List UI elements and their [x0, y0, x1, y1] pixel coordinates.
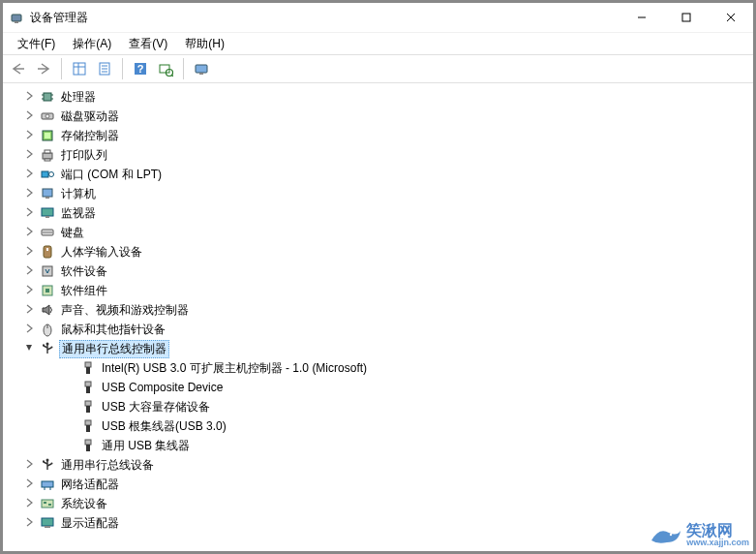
expand-arrow-icon[interactable] [24, 459, 40, 471]
tree-item-label: 软件设备 [59, 263, 109, 280]
expand-arrow-icon[interactable] [24, 110, 40, 122]
expand-arrow-icon[interactable] [24, 323, 40, 335]
close-button[interactable] [709, 3, 753, 32]
hid-icon [40, 244, 55, 260]
tree-device[interactable]: Intel(R) USB 3.0 可扩展主机控制器 - 1.0 (Microso… [3, 358, 753, 378]
tree-category[interactable]: 软件设备 [3, 262, 753, 281]
swcomp-icon [40, 283, 55, 298]
expand-arrow-icon[interactable] [24, 498, 40, 509]
tree-category[interactable]: 通用串行总线设备 [3, 455, 753, 475]
menu-action[interactable]: 操作(A) [64, 34, 120, 54]
svg-rect-34 [43, 189, 52, 197]
tree-device[interactable]: USB 根集线器(USB 3.0) [3, 416, 753, 436]
expand-arrow-icon[interactable] [24, 91, 40, 103]
swdev-icon [40, 263, 55, 279]
pc-icon [40, 186, 55, 201]
tree-category[interactable]: 人体学输入设备 [3, 242, 753, 262]
tree-category[interactable]: 软件组件 [3, 281, 753, 300]
tree-category[interactable]: 显示适配器 [3, 513, 753, 533]
help-button[interactable]: ? [129, 57, 152, 80]
svg-rect-78 [48, 504, 51, 506]
menu-file[interactable]: 文件(F) [9, 34, 64, 54]
forward-button[interactable] [32, 57, 55, 80]
show-hidden-button[interactable] [190, 57, 213, 80]
svg-rect-19 [199, 73, 203, 75]
tree-category[interactable]: 通用串行总线控制器 [3, 339, 753, 358]
expand-arrow-icon[interactable] [24, 149, 40, 161]
toolbar-separator [183, 58, 184, 79]
svg-rect-32 [42, 171, 48, 177]
svg-rect-31 [45, 159, 50, 161]
tree-category[interactable]: 打印队列 [3, 145, 753, 165]
expand-arrow-icon[interactable] [24, 478, 40, 490]
menu-view[interactable]: 查看(V) [120, 34, 176, 54]
scan-hardware-button[interactable] [154, 57, 177, 80]
svg-rect-58 [86, 367, 90, 374]
svg-rect-45 [46, 248, 48, 251]
expand-arrow-icon[interactable] [24, 169, 40, 180]
expand-arrow-icon[interactable] [24, 130, 40, 141]
tree-item-label: 通用 USB 集线器 [100, 438, 192, 454]
tree-category[interactable]: 计算机 [3, 184, 753, 203]
console-tree-button[interactable] [68, 57, 91, 80]
device-tree[interactable]: 处理器磁盘驱动器存储控制器打印队列端口 (COM 和 LPT)计算机监视器键盘人… [3, 83, 753, 551]
tree-item-label: 鼠标和其他指针设备 [59, 322, 167, 338]
tree-category[interactable]: 存储控制器 [3, 126, 753, 145]
properties-button[interactable] [93, 57, 116, 80]
tree-category[interactable]: 磁盘驱动器 [3, 107, 753, 126]
svg-rect-80 [45, 526, 50, 528]
tree-device[interactable]: 通用 USB 集线器 [3, 436, 753, 455]
usb-plug-icon [80, 418, 96, 434]
tree-category[interactable]: 端口 (COM 和 LPT) [3, 165, 753, 184]
tree-item-label: 通用串行总线设备 [59, 457, 156, 474]
svg-rect-44 [44, 246, 51, 258]
watermark: 笶湫网 www.xajjn.com [650, 521, 749, 547]
monitor-icon [40, 205, 55, 221]
back-button[interactable] [7, 57, 30, 80]
tree-item-label: 存储控制器 [59, 128, 121, 144]
display-icon [40, 515, 55, 531]
collapse-arrow-icon[interactable] [24, 343, 40, 354]
tree-item-label: 软件组件 [59, 283, 109, 299]
tree-category[interactable]: 鼠标和其他指针设备 [3, 320, 753, 339]
mouse-icon [40, 322, 55, 337]
tree-category[interactable]: 系统设备 [3, 494, 753, 513]
expand-arrow-icon[interactable] [24, 188, 40, 200]
tree-item-label: USB 根集线器(USB 3.0) [100, 418, 228, 435]
system-icon [40, 496, 55, 511]
tree-item-label: 网络适配器 [59, 477, 121, 493]
expand-arrow-icon[interactable] [24, 246, 40, 258]
svg-rect-64 [86, 425, 90, 432]
svg-rect-20 [44, 93, 51, 101]
maximize-button[interactable] [664, 3, 709, 32]
menu-help[interactable]: 帮助(H) [176, 34, 233, 54]
svg-rect-28 [45, 133, 50, 138]
usb-plug-icon [80, 360, 96, 376]
minimize-button[interactable] [620, 3, 664, 32]
tree-category[interactable]: 键盘 [3, 223, 753, 242]
tree-category[interactable]: 声音、视频和游戏控制器 [3, 300, 753, 320]
svg-text:?: ? [137, 63, 144, 75]
svg-rect-61 [85, 401, 91, 406]
expand-arrow-icon[interactable] [24, 227, 40, 238]
tree-device[interactable]: USB Composite Device [3, 378, 753, 397]
expand-arrow-icon[interactable] [24, 285, 40, 296]
toolbar-separator [61, 58, 62, 79]
tree-item-label: 处理器 [59, 89, 98, 106]
expand-arrow-icon[interactable] [24, 517, 40, 529]
tree-device[interactable]: USB 大容量存储设备 [3, 397, 753, 416]
tree-item-label: 磁盘驱动器 [59, 108, 121, 125]
expand-arrow-icon[interactable] [24, 265, 40, 277]
tree-item-label: 键盘 [59, 225, 86, 241]
cpu-icon [40, 89, 55, 105]
expand-arrow-icon[interactable] [24, 304, 40, 316]
tree-category[interactable]: 处理器 [3, 87, 753, 107]
usb-icon [40, 341, 55, 356]
expand-arrow-icon[interactable] [24, 207, 40, 219]
port-icon [40, 167, 55, 182]
svg-rect-35 [45, 197, 49, 199]
tree-category[interactable]: 网络适配器 [3, 475, 753, 494]
tree-category[interactable]: 监视器 [3, 203, 753, 223]
svg-rect-30 [45, 150, 50, 153]
disk-icon [40, 108, 55, 124]
